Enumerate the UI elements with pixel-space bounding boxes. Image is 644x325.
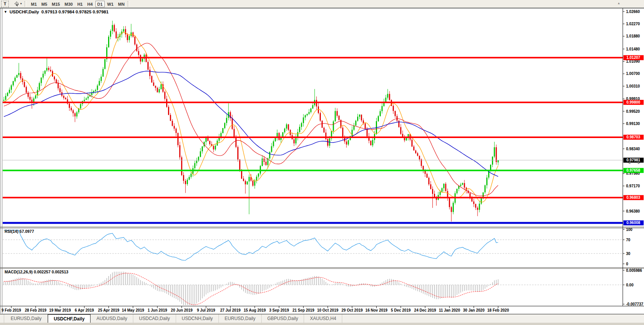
candle-body (449, 198, 450, 207)
candle-body (486, 177, 487, 185)
candle-body (108, 37, 109, 47)
candle-body (179, 145, 180, 158)
symbol-dropdown-icon[interactable]: ▼ (4, 10, 7, 14)
candle-body (443, 184, 445, 188)
chart-ohlc-values: 0.97913 0.97984 0.97825 0.97981 (41, 10, 108, 14)
candle-body (333, 122, 334, 131)
candle-body (37, 90, 38, 95)
candle-body (442, 188, 443, 192)
candle-body (312, 105, 313, 109)
toolbar-overflow-icon[interactable]: ▲ (617, 2, 620, 5)
date-label: 14 May 2019 (122, 308, 144, 312)
date-label: 20 Jun 2019 (171, 308, 193, 312)
timeframe-button-m5[interactable]: M5 (39, 1, 49, 7)
candle-body (282, 132, 283, 137)
timeframe-button-m30[interactable]: M30 (63, 1, 74, 7)
candle-body (54, 76, 55, 80)
arrange-windows-button[interactable]: ▾ (12, 1, 24, 7)
candle-body (41, 78, 42, 83)
candle-body (370, 141, 371, 145)
candle-body (26, 87, 27, 93)
candle-body (385, 98, 387, 102)
candle-body (342, 128, 343, 137)
chart-tab-usdcnh-daily[interactable]: USDCNH,Daily (176, 314, 219, 323)
toolbar: T ▾ M1M5M15M30H1H4D1W1MN (0, 0, 644, 8)
chart-tab-usdcad-daily[interactable]: USDCAD,Daily (133, 314, 176, 323)
candle-body (97, 86, 98, 90)
timeframe-button-mn[interactable]: MN (116, 1, 126, 7)
tab-scroll-left-icon[interactable]: ◄ (627, 161, 631, 165)
chart-tab-usdchf-daily[interactable]: USDCHF,Daily (48, 314, 91, 323)
chart-tab-eurusd-daily[interactable]: EURUSD,Daily (5, 314, 48, 323)
chart-tab-eurusd-daily[interactable]: EURUSD,Daily (219, 314, 262, 323)
candle-body (159, 89, 160, 93)
candle-body (136, 44, 138, 51)
candle-body (337, 111, 338, 116)
candle-body (258, 174, 259, 177)
candle-body (479, 204, 480, 210)
chart-tab-gbpusd-daily[interactable]: GBPUSD,Daily (262, 314, 304, 323)
candle-body (7, 93, 8, 96)
arrange-arrows-icon (14, 2, 19, 6)
candle-body (235, 138, 236, 147)
timeframe-button-m1[interactable]: M1 (29, 1, 39, 7)
candle-body (177, 133, 178, 145)
text-tool-button[interactable]: T (1, 1, 9, 7)
chart-tab-audusd-daily[interactable]: AUDUSD,Daily (91, 314, 133, 323)
candle-body (48, 68, 49, 70)
candle-body (415, 151, 416, 153)
date-label: 29 Oct 2019 (341, 308, 363, 312)
candle-body (213, 146, 214, 150)
candle-body (378, 116, 379, 121)
date-label: 9 Jul 2019 (197, 308, 215, 312)
candle-body (60, 88, 61, 92)
candle-body (215, 146, 216, 150)
date-label: 21 Sep 2019 (293, 308, 315, 312)
toolbar-grip[interactable] (128, 1, 130, 6)
candle-body (348, 140, 349, 145)
candle-body (243, 179, 244, 181)
timeframe-button-d1[interactable]: D1 (95, 1, 105, 7)
candle-body (73, 110, 74, 113)
timeframe-button-w1[interactable]: W1 (105, 1, 116, 7)
candle-body (477, 208, 478, 210)
candle-body (241, 170, 242, 179)
candle-body (112, 25, 113, 31)
timeframe-button-h1[interactable]: H1 (75, 1, 84, 7)
candle-body (35, 95, 36, 98)
candle-body (338, 116, 340, 120)
candle-body (278, 133, 280, 140)
candle-body (160, 84, 162, 89)
candle-body (396, 116, 398, 121)
candle-body (58, 83, 59, 88)
candle-body (430, 184, 431, 189)
candle-body (183, 175, 184, 181)
candle-body (265, 162, 267, 165)
chart-tab-xauusd-h4[interactable]: XAUUSD,H4 (304, 314, 342, 323)
candle-body (400, 127, 401, 134)
candle-body (209, 141, 210, 144)
timeframe-button-m15[interactable]: M15 (50, 1, 62, 7)
candle-body (189, 177, 190, 180)
candle-body (181, 157, 182, 175)
candle-body (138, 51, 139, 55)
candle-body (295, 137, 296, 143)
candle-body (353, 125, 354, 130)
price-chart[interactable]: 1.026601.022701.018801.014801.010901.007… (0, 0, 644, 325)
candle-body (453, 203, 454, 212)
candle-body (80, 104, 81, 108)
date-label: 18 Feb 2020 (487, 308, 509, 312)
candle-body (9, 90, 10, 93)
candle-body (367, 128, 368, 136)
candle-body (76, 112, 78, 117)
timeframe-button-h4[interactable]: H4 (85, 1, 94, 7)
tab-scroll-right-icon[interactable]: ► (637, 161, 641, 165)
candle-body (123, 29, 124, 31)
candle-body (322, 121, 323, 128)
candle-body (498, 160, 499, 162)
candle-body (395, 111, 396, 116)
toolbar-grip[interactable] (24, 1, 27, 6)
candle-body (361, 115, 362, 120)
candle-body (346, 141, 347, 145)
chart-symbol-label: USDCHF,Daily (10, 10, 39, 14)
